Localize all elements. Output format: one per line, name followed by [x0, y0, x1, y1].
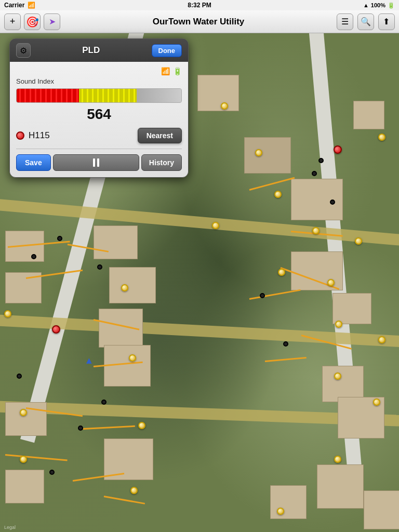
- map-marker-hydrant[interactable]: [327, 279, 335, 286]
- gear-icon: ⚙: [20, 46, 27, 56]
- map-marker-hydrant[interactable]: [334, 373, 341, 380]
- save-button[interactable]: Save: [16, 154, 51, 171]
- nav-bar: + 🎯 ➤ OurTown Water Utility ☰ 🔍 ⬆: [0, 10, 399, 33]
- map-marker-hydrant[interactable]: [278, 269, 285, 276]
- map-marker-hydrant[interactable]: [334, 456, 341, 463]
- map-marker-valve[interactable]: ▶: [86, 356, 91, 365]
- map-marker-hydrant[interactable]: [212, 222, 219, 229]
- carrier-label: Carrier: [4, 2, 24, 9]
- add-icon: +: [10, 16, 16, 27]
- map-marker-black: [57, 236, 62, 241]
- device-indicator: H115: [16, 130, 50, 141]
- done-button[interactable]: Done: [152, 44, 182, 57]
- wifi-status-icon: 📶: [161, 67, 170, 75]
- device-id-label: H115: [29, 130, 50, 141]
- sound-value: 564: [16, 106, 182, 123]
- meter-yellow-zone: [79, 89, 137, 102]
- playback-bar-2: [97, 158, 99, 167]
- map-marker-hydrant[interactable]: [355, 237, 362, 245]
- pld-panel: ⚙ PLD Done 📶 🔋 Sound Index 564 H115 Near…: [9, 38, 189, 178]
- map-marker-black: [283, 341, 288, 347]
- pld-status-icons: 📶 🔋: [16, 67, 182, 75]
- map-marker-hydrant[interactable]: [4, 310, 11, 317]
- map-marker-hydrant[interactable]: [378, 336, 385, 343]
- map-marker-active[interactable]: [334, 145, 342, 154]
- map-marker-hydrant[interactable]: [130, 487, 138, 494]
- playback-controls[interactable]: [53, 154, 139, 171]
- map-marker-hydrant[interactable]: [255, 149, 262, 156]
- gps-icon: ▲: [363, 2, 369, 8]
- meter-gray-zone: [137, 89, 181, 102]
- sound-meter: [16, 88, 182, 103]
- map-marker-black: [330, 200, 335, 205]
- map-marker-hydrant[interactable]: [274, 191, 282, 198]
- pld-title: PLD: [82, 45, 100, 56]
- building: [109, 267, 156, 303]
- location-button[interactable]: ➤: [44, 14, 60, 30]
- map-marker-hydrant[interactable]: [129, 354, 136, 362]
- map-marker-hydrant[interactable]: [335, 321, 342, 328]
- building: [270, 485, 307, 519]
- building: [353, 101, 384, 129]
- map-marker-hydrant[interactable]: [221, 102, 228, 110]
- map-marker-black: [101, 400, 107, 405]
- nearest-button[interactable]: Nearest: [138, 128, 182, 143]
- sound-index-label: Sound Index: [16, 77, 182, 85]
- meter-red-zone: [17, 89, 79, 102]
- map-marker-hydrant[interactable]: [378, 134, 385, 141]
- map-marker-hydrant[interactable]: [373, 398, 380, 406]
- nav-title: OurTown Water Utility: [153, 17, 245, 27]
- list-icon: ☰: [341, 17, 349, 26]
- map-marker-black: [312, 171, 317, 176]
- gear-button[interactable]: ⚙: [16, 43, 31, 58]
- search-button[interactable]: 🔍: [357, 14, 374, 30]
- building: [197, 75, 239, 111]
- building: [317, 464, 364, 509]
- map-marker-hydrant[interactable]: [121, 284, 128, 291]
- building: [5, 470, 44, 503]
- map-marker-hydrant[interactable]: [312, 227, 320, 234]
- device-status-dot: [16, 131, 24, 140]
- battery-status-icon: 🔋: [173, 67, 182, 75]
- building: [332, 293, 371, 324]
- building: [291, 251, 343, 290]
- location-arrow-icon: ➤: [49, 17, 56, 26]
- map-marker-black: [97, 264, 102, 270]
- building: [291, 179, 343, 220]
- map-marker-hydrant[interactable]: [277, 508, 284, 515]
- map-marker-black: [49, 470, 55, 475]
- battery-label: 100%: [371, 2, 385, 8]
- nav-right-buttons: ☰ 🔍 ⬆: [337, 14, 395, 30]
- map-marker-black: [17, 374, 22, 379]
- history-button[interactable]: History: [141, 154, 182, 171]
- map-marker-hydrant[interactable]: [20, 409, 27, 416]
- status-bar: Carrier 📶 8:32 PM ▲ 100% 🔋: [0, 0, 399, 10]
- status-time: 8:32 PM: [188, 2, 211, 9]
- pld-body: 📶 🔋 Sound Index 564 H115 Nearest Save Hi…: [10, 62, 188, 177]
- map-marker-hydrant[interactable]: [138, 422, 145, 429]
- building: [364, 490, 399, 529]
- map-marker-hydrant[interactable]: [20, 456, 27, 463]
- target-button[interactable]: 🎯: [24, 14, 41, 30]
- add-button[interactable]: +: [4, 14, 21, 30]
- pld-footer: Save History: [16, 151, 182, 171]
- search-icon: 🔍: [361, 17, 371, 26]
- map-marker-black: [78, 425, 83, 431]
- pld-device-row: H115 Nearest: [16, 128, 182, 143]
- legal-text[interactable]: Legal: [4, 525, 16, 530]
- map-marker-black: [31, 254, 36, 259]
- wifi-icon: 📶: [28, 2, 35, 9]
- nav-left-buttons: + 🎯 ➤: [4, 14, 60, 30]
- map-marker-active[interactable]: [52, 325, 60, 334]
- battery-icon: 🔋: [388, 2, 395, 9]
- playback-bar-1: [93, 158, 95, 167]
- building: [244, 137, 291, 174]
- building: [94, 225, 138, 259]
- list-button[interactable]: ☰: [337, 14, 353, 30]
- map-marker-black: [260, 293, 265, 298]
- status-right: ▲ 100% 🔋: [363, 2, 395, 9]
- pld-header: ⚙ PLD Done: [10, 39, 188, 62]
- share-button[interactable]: ⬆: [378, 14, 395, 30]
- status-left: Carrier 📶: [4, 2, 35, 9]
- target-icon: 🎯: [26, 16, 39, 28]
